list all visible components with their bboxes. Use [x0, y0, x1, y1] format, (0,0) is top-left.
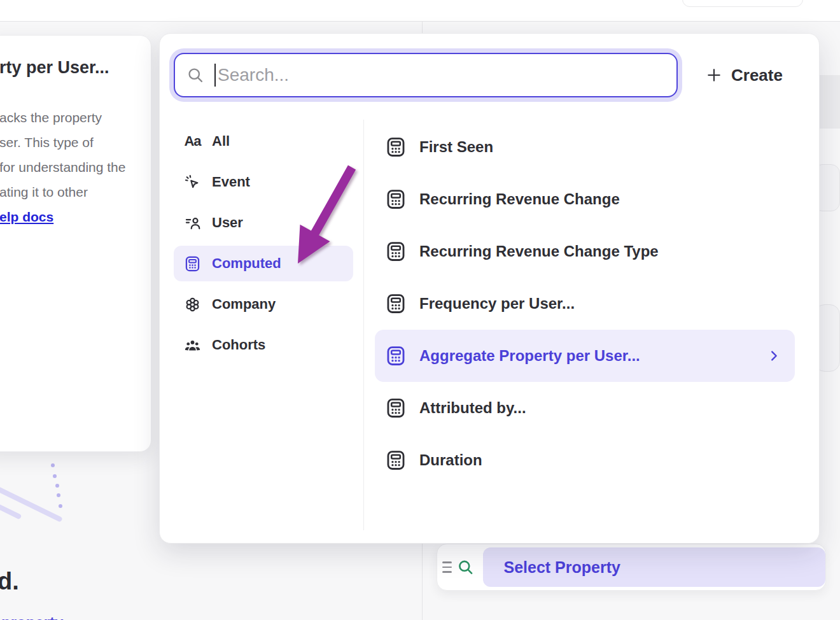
calculator-icon [385, 449, 407, 471]
category-label: Computed [212, 255, 281, 272]
create-button-label: Create [731, 66, 783, 85]
property-item-label: First Seen [419, 138, 493, 156]
background-block [820, 75, 840, 129]
user-icon [184, 215, 201, 232]
chevron-right-icon [767, 349, 781, 363]
category-label: User [212, 215, 243, 231]
company-icon [184, 296, 201, 313]
plus-icon [706, 67, 722, 83]
search-input[interactable]: Search... [174, 53, 678, 97]
create-button[interactable]: Create [706, 60, 783, 90]
decorative-dot [57, 493, 60, 497]
category-event[interactable]: Event [174, 164, 353, 200]
category-label: All [212, 133, 230, 150]
property-item[interactable]: Frequency per User... [375, 278, 795, 330]
property-item[interactable]: Duration [375, 434, 795, 486]
calculator-icon [385, 188, 407, 210]
property-item-label: Aggregate Property per User... [419, 347, 640, 365]
property-picker-popover: Search... Create AaAll Event User Comput… [159, 33, 820, 544]
text-aa-icon: Aa [184, 133, 201, 150]
property-item[interactable]: Aggregate Property per User... [375, 330, 795, 382]
tooltip-body-line: ating it to other [0, 185, 88, 200]
property-item-label: Attributed by... [419, 399, 526, 417]
event-icon [184, 174, 201, 191]
cutoff-link[interactable]: property [1, 614, 78, 620]
text-cursor [214, 64, 216, 87]
decorative-dot [59, 504, 62, 508]
category-computed[interactable]: Computed [174, 246, 353, 281]
search-icon [186, 66, 204, 84]
property-item[interactable]: Attributed by... [375, 382, 795, 434]
cutoff-top-button[interactable] [682, 0, 803, 7]
category-label: Company [212, 296, 276, 313]
category-company[interactable]: Company [174, 286, 353, 322]
select-property-button[interactable]: Select Property [483, 547, 825, 587]
category-cohorts[interactable]: Cohorts [174, 327, 353, 363]
cohorts-icon [184, 337, 201, 354]
search-placeholder: Search... [218, 65, 289, 85]
property-selector-row: Select Property [437, 544, 826, 591]
help-docs-link[interactable]: elp docs [0, 209, 53, 225]
property-item-label: Recurring Revenue Change Type [419, 243, 659, 260]
calculator-icon [385, 136, 407, 158]
select-property-label: Select Property [503, 558, 620, 577]
decorative-dot [51, 463, 55, 467]
calculator-icon [184, 255, 201, 272]
decorative-dot [55, 484, 59, 488]
tooltip-body-line: for understanding the [0, 160, 125, 175]
tooltip-body-line: ser. This type of [0, 135, 94, 150]
property-item[interactable]: Recurring Revenue Change Type [375, 225, 795, 278]
property-item[interactable]: Recurring Revenue Change [375, 173, 795, 225]
top-divider [0, 21, 840, 22]
tooltip-title: rty per User... [0, 58, 109, 78]
calculator-icon [385, 397, 407, 419]
category-list: AaAll Event User Computed Company Cohort… [174, 123, 353, 368]
calculator-icon [385, 293, 407, 314]
category-label: Cohorts [212, 337, 265, 353]
property-tooltip-card: rty per User... acks the property ser. T… [0, 35, 151, 452]
calculator-icon [385, 345, 407, 367]
drag-handle-icon[interactable] [442, 561, 452, 573]
category-user[interactable]: User [174, 205, 353, 241]
category-label: Event [212, 174, 250, 190]
property-list: First Seen Recurring Revenue Change Recu… [375, 121, 795, 486]
picker-column-divider [363, 120, 364, 530]
tooltip-body-line: acks the property [0, 110, 102, 125]
property-item[interactable]: First Seen [375, 121, 795, 173]
property-search-icon [457, 558, 474, 576]
property-item-label: Frequency per User... [419, 295, 575, 313]
category-all[interactable]: AaAll [174, 123, 353, 159]
calculator-icon [385, 241, 407, 262]
property-item-label: Duration [419, 451, 482, 469]
cutoff-heading: d. [0, 568, 19, 595]
decorative-dot [53, 474, 57, 478]
property-item-label: Recurring Revenue Change [419, 190, 620, 208]
